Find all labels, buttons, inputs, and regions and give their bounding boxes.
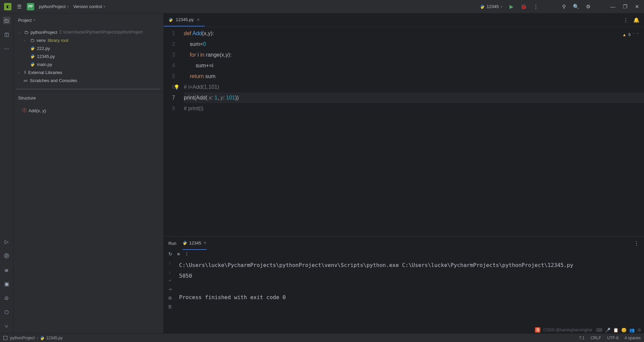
- run-toolbar-more-icon[interactable]: ⋮: [184, 251, 189, 257]
- tree-file[interactable]: 222.py: [13, 44, 163, 52]
- tree-file[interactable]: main.py: [13, 60, 163, 68]
- run-tab[interactable]: 12345 ✕: [182, 237, 207, 250]
- tree-file[interactable]: 12345.py: [13, 52, 163, 60]
- vcs-tool-icon[interactable]: ⑂: [3, 323, 10, 330]
- project-sidebar: Project ▾ ⌄ 🗀 pythonProject C:\Users\luc…: [13, 13, 164, 333]
- print-icon[interactable]: 🖶: [168, 295, 172, 302]
- tool-strip: 🗀 ◫ ⋯ ▷ ⓟ ≣ ▣ ⊙ ⬡ ⑂: [0, 13, 13, 333]
- run-config-label: 12345: [487, 4, 499, 9]
- settings-icon[interactable]: ⚙: [585, 4, 591, 10]
- python-icon: [182, 241, 187, 245]
- chevron-down-icon: ▾: [67, 5, 69, 8]
- up-icon[interactable]: ↑: [169, 261, 171, 267]
- packages-tool-icon[interactable]: ≣: [3, 266, 10, 274]
- run-tab-label: 12345: [189, 241, 201, 246]
- breadcrumb-project[interactable]: pythonProject: [10, 336, 35, 340]
- run-button[interactable]: ▶: [508, 4, 515, 10]
- python-icon: [30, 54, 35, 59]
- library-icon: ⫴: [24, 70, 26, 75]
- code-line[interactable]: sum+=i: [184, 60, 644, 71]
- folder-icon: 🗀: [24, 30, 29, 35]
- warning-icon: ▲: [622, 29, 626, 40]
- search-icon[interactable]: 🔍: [573, 4, 579, 10]
- tab-label: 12345.py: [176, 17, 194, 22]
- project-selector[interactable]: pythonProject ▾: [39, 4, 69, 9]
- code-editor[interactable]: 12345678 ▲ 9 ˄ ˅ def Add(x,y): sum=0 for…: [164, 27, 644, 236]
- inspection-widget[interactable]: ▲ 9 ˄ ˅: [622, 29, 639, 40]
- services-tool-icon[interactable]: ⬡: [3, 309, 10, 316]
- close-icon[interactable]: ✕: [203, 241, 207, 245]
- run-panel-actions-icon[interactable]: ⋮: [633, 240, 639, 246]
- tree-scratches[interactable]: ≔ Scratches and Consoles: [13, 76, 163, 84]
- tree-project-root[interactable]: ⌄ 🗀 pythonProject C:\Users\lucke\Pycharm…: [13, 28, 163, 36]
- code-line[interactable]: sum=0: [184, 39, 644, 50]
- close-icon[interactable]: ✕: [197, 17, 200, 22]
- structure-label: Add(x, y): [29, 108, 46, 113]
- editor-tab[interactable]: 12345.py ✕: [164, 13, 205, 26]
- structure-item[interactable]: ⓕ Add(x, y): [13, 107, 163, 115]
- structure-tool-icon[interactable]: ◫: [3, 31, 10, 38]
- tool-windows-icon[interactable]: [3, 336, 7, 340]
- chevron-down-icon: ⌄: [18, 30, 22, 34]
- notifications-icon[interactable]: 🔔: [633, 17, 639, 23]
- tab-actions-icon[interactable]: ⋮: [623, 17, 629, 23]
- code-with-me-icon[interactable]: ⚲: [561, 4, 567, 10]
- indent-setting[interactable]: 4 spaces: [625, 336, 641, 340]
- intention-bulb-icon[interactable]: 💡: [174, 82, 179, 92]
- structure-title: Structure: [18, 95, 36, 100]
- app-icon: ◧: [4, 3, 11, 10]
- chevron-down-icon: ▾: [501, 5, 502, 8]
- tree-path: C:\Users\lucke\PycharmProjects\pythonPro…: [59, 30, 143, 35]
- problems-tool-icon[interactable]: ⊙: [3, 294, 10, 302]
- vcs-selector[interactable]: Version control ▾: [73, 4, 105, 9]
- tree-venv[interactable]: › 🗀 venv library root: [13, 36, 163, 44]
- soft-wrap-icon[interactable]: ⤶: [168, 278, 172, 285]
- structure-panel-header[interactable]: Structure: [13, 91, 163, 105]
- down-icon[interactable]: ↓: [169, 269, 171, 276]
- code-line[interactable]: return sum: [184, 71, 644, 82]
- tree-label: pythonProject: [31, 30, 57, 35]
- run-panel: Run 12345 ✕ ⋮ ↻ ■ ⋮ ↑ ↓ ⤶ ⇥ 🖶: [164, 236, 644, 333]
- chevron-down-icon[interactable]: ˅: [637, 29, 639, 40]
- rerun-icon[interactable]: ↻: [168, 251, 172, 257]
- python-console-icon[interactable]: ⓟ: [3, 252, 10, 260]
- stop-icon[interactable]: ■: [177, 251, 180, 257]
- terminal-tool-icon[interactable]: ▣: [3, 280, 10, 288]
- maximize-icon[interactable]: ❐: [622, 4, 628, 10]
- tree-label: Scratches and Consoles: [30, 78, 77, 83]
- close-icon[interactable]: ✕: [634, 4, 640, 10]
- python-icon: [30, 62, 35, 67]
- more-tool-icon[interactable]: ⋯: [3, 45, 10, 52]
- tree-external-libraries[interactable]: › ⫴ External Libraries: [13, 68, 163, 76]
- chevron-right-icon: ›: [37, 336, 38, 340]
- run-config-selector[interactable]: 12345 ▾: [480, 4, 502, 9]
- code-line[interactable]: print(Add( x: 1, y: 101)): [184, 92, 644, 103]
- minimize-icon[interactable]: —: [610, 4, 616, 10]
- run-panel-title: Run: [168, 241, 176, 246]
- scroll-end-icon[interactable]: ⇥: [168, 287, 172, 293]
- code-line[interactable]: 💡# i=Add(1,101): [184, 82, 644, 92]
- project-panel-header[interactable]: Project ▾: [13, 13, 163, 27]
- caret-position[interactable]: 7:1: [579, 336, 585, 340]
- run-tool-icon[interactable]: ▷: [3, 238, 10, 246]
- code-area[interactable]: ▲ 9 ˄ ˅ def Add(x,y): sum=0 for i in ran…: [181, 27, 644, 236]
- project-tree: ⌄ 🗀 pythonProject C:\Users\lucke\Pycharm…: [13, 27, 163, 87]
- clear-icon[interactable]: 🗑: [168, 304, 172, 311]
- tree-label: 222.py: [37, 46, 50, 51]
- statusbar: pythonProject › 12345.py 7:1 CRLF UTF-8 …: [0, 333, 644, 342]
- scrollbar[interactable]: [16, 88, 161, 90]
- console-output[interactable]: C:\Users\lucke\PycharmProjects\pythonPro…: [176, 258, 644, 333]
- vcs-label: Version control: [73, 4, 102, 9]
- code-line[interactable]: for i in range(x,y):: [184, 50, 644, 60]
- line-separator[interactable]: CRLF: [591, 336, 601, 340]
- main-menu-icon[interactable]: ☰: [16, 4, 22, 10]
- debug-button[interactable]: 🐞: [521, 4, 527, 10]
- file-encoding[interactable]: UTF-8: [607, 336, 619, 340]
- breadcrumb-file[interactable]: 12345.py: [46, 336, 62, 340]
- code-line[interactable]: # print(i): [184, 103, 644, 114]
- code-line[interactable]: def Add(x,y):: [184, 28, 644, 39]
- more-actions-icon[interactable]: ⋮: [533, 4, 539, 10]
- project-tool-icon[interactable]: 🗀: [3, 17, 10, 24]
- library-tag: library root: [48, 38, 68, 43]
- chevron-up-icon[interactable]: ˄: [633, 29, 635, 40]
